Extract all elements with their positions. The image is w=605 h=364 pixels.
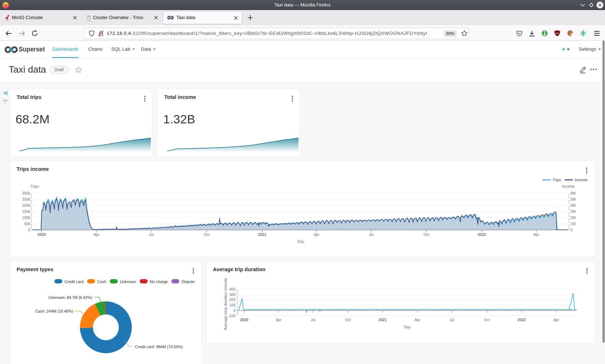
svg-text:2021: 2021 — [378, 318, 387, 322]
svg-text:0: 0 — [233, 309, 236, 313]
svg-text:2020: 2020 — [240, 318, 248, 322]
svg-text:Average trinp duration (minute: Average trinp duration (minute — [223, 278, 228, 330]
svg-text:Apr: Apr — [275, 318, 282, 322]
svg-text:Oct: Oct — [345, 318, 351, 322]
svg-text:Day: Day — [404, 325, 411, 329]
svg-text:200: 200 — [229, 298, 236, 302]
svg-text:Apr: Apr — [554, 318, 560, 322]
svg-text:Jul: Jul — [311, 318, 315, 322]
svg-text:2022: 2022 — [517, 318, 526, 322]
svg-text:300: 300 — [229, 293, 236, 297]
svg-text:Oct: Oct — [484, 318, 490, 322]
svg-text:Apr: Apr — [414, 318, 421, 322]
svg-text:400: 400 — [229, 287, 236, 291]
svg-text:Jul: Jul — [449, 318, 454, 322]
svg-text:100: 100 — [229, 303, 236, 307]
svg-text:-100: -100 — [228, 314, 236, 318]
